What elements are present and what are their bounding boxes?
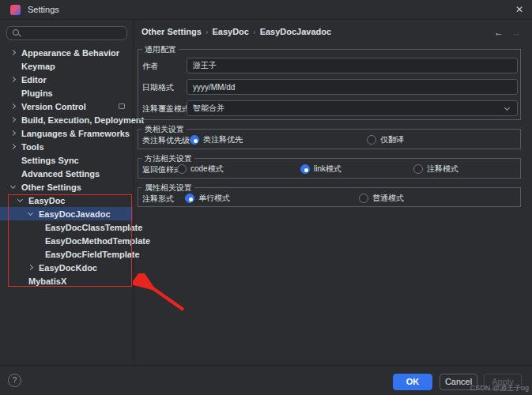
breadcrumb-separator: › xyxy=(249,27,260,36)
radio-icon[interactable] xyxy=(413,164,423,174)
sidebar-item-tools[interactable]: Tools xyxy=(0,140,133,153)
group-legend: 通用配置 xyxy=(142,44,179,55)
settings-tree: Appearance & Behavior Keymap Editor Plug… xyxy=(0,46,133,288)
chevron-right-icon[interactable] xyxy=(9,49,17,57)
comment-override-select[interactable]: 智能合并 xyxy=(187,100,518,116)
group-class-settings: 类相关设置 类注释优先级 类注释优先 仅翻译 xyxy=(138,129,521,149)
return-style-label: 返回值样式 xyxy=(142,164,182,175)
chevron-right-icon[interactable] xyxy=(9,143,17,151)
app-icon xyxy=(10,5,21,15)
chevron-right-icon[interactable] xyxy=(9,76,17,84)
settings-search-input[interactable] xyxy=(24,29,126,38)
project-scope-icon xyxy=(119,103,125,109)
group-legend: 类相关设置 xyxy=(142,124,187,135)
author-field[interactable] xyxy=(187,58,518,73)
group-field-settings: 属性相关设置 注释形式 单行模式 普通模式 xyxy=(138,187,521,207)
ok-button[interactable]: OK xyxy=(393,374,432,390)
chevron-right-icon[interactable] xyxy=(9,103,17,111)
sidebar-item-easydocjavadoc[interactable]: EasyDocJavadoc xyxy=(0,207,133,220)
chevron-right-icon[interactable] xyxy=(27,264,35,272)
breadcrumb-easydoc[interactable]: EasyDoc xyxy=(212,27,248,36)
radio-code-mode[interactable]: code模式 xyxy=(177,164,224,175)
breadcrumb-easydocjavadoc[interactable]: EasyDocJavadoc xyxy=(260,27,332,36)
class-priority-label: 类注释优先级 xyxy=(142,135,190,146)
sidebar-item-easydoc[interactable]: EasyDoc xyxy=(0,194,133,207)
chevron-down-icon xyxy=(504,106,511,112)
author-row: 作者 xyxy=(138,58,520,73)
settings-content: Other Settings›EasyDoc›EasyDocJavadoc ←→… xyxy=(134,20,532,365)
search-box[interactable] xyxy=(6,26,127,40)
sidebar-item-build-execution-deployment[interactable]: Build, Execution, Deployment xyxy=(0,113,133,126)
sidebar-item-appearance-behavior[interactable]: Appearance & Behavior xyxy=(0,46,133,59)
settings-window: Settings ✕ Appearance & Behavior Keymap … xyxy=(0,0,532,395)
comment-form-label: 注释形式 xyxy=(142,194,174,205)
group-legend: 属性相关设置 xyxy=(142,182,194,194)
breadcrumb-separator: › xyxy=(202,27,213,36)
group-legend: 方法相关设置 xyxy=(142,153,194,164)
close-icon[interactable]: ✕ xyxy=(515,4,523,15)
date-format-label: 日期格式 xyxy=(142,82,174,93)
comment-override-label: 注释覆盖模式 xyxy=(142,103,190,115)
window-title: Settings xyxy=(28,5,59,14)
group-method-settings: 方法相关设置 返回值样式 code模式 link模式 注释模式 xyxy=(138,158,521,179)
comment-override-value: 智能合并 xyxy=(193,103,224,112)
chevron-spacer xyxy=(17,277,25,285)
radio-translate-only[interactable]: 仅翻译 xyxy=(367,134,404,145)
footer-bar: ? OK Cancel Apply xyxy=(0,365,532,395)
sidebar-item-settings-sync[interactable]: Settings Sync xyxy=(0,153,133,167)
chevron-spacer xyxy=(9,156,17,164)
radio-class-comment-first[interactable]: 类注释优先 xyxy=(190,134,243,145)
sidebar-item-easydocfieldtemplate[interactable]: EasyDocFieldTemplate xyxy=(0,247,133,261)
sidebar-item-plugins[interactable]: Plugins xyxy=(0,86,133,100)
radio-selected-icon[interactable] xyxy=(190,135,199,145)
watermark-text: CSDN @游王子og xyxy=(470,383,529,393)
radio-icon[interactable] xyxy=(367,135,376,145)
sidebar-item-version-control[interactable]: Version Control xyxy=(0,100,133,113)
sidebar-item-editor[interactable]: Editor xyxy=(0,73,133,86)
comment-override-row: 注释覆盖模式 智能合并 xyxy=(138,100,520,116)
author-label: 作者 xyxy=(142,61,158,72)
sidebar-item-other-settings[interactable]: Other Settings xyxy=(0,180,133,194)
help-button[interactable]: ? xyxy=(8,374,21,387)
radio-icon[interactable] xyxy=(359,194,368,203)
radio-link-mode[interactable]: link模式 xyxy=(300,164,341,175)
chevron-down-icon[interactable] xyxy=(9,183,17,191)
forward-arrow-icon[interactable]: → xyxy=(511,27,521,38)
radio-selected-icon[interactable] xyxy=(300,164,310,174)
back-arrow-icon[interactable]: ← xyxy=(494,27,504,38)
sidebar-item-keymap[interactable]: Keymap xyxy=(0,59,133,73)
chevron-spacer xyxy=(9,89,17,97)
sidebar-item-mybatisx[interactable]: MybatisX xyxy=(0,274,133,288)
chevron-down-icon[interactable] xyxy=(17,197,25,205)
search-icon xyxy=(13,29,21,37)
chevron-down-icon[interactable] xyxy=(27,210,35,218)
radio-icon[interactable] xyxy=(177,164,187,174)
date-format-row: 日期格式 xyxy=(138,79,520,95)
sidebar-item-easydocmethodtemplate[interactable]: EasyDocMethodTemplate xyxy=(0,234,133,247)
breadcrumb: Other Settings›EasyDoc›EasyDocJavadoc xyxy=(141,27,331,36)
title-bar: Settings ✕ xyxy=(0,0,532,20)
sidebar-item-languages-frameworks[interactable]: Languages & Frameworks xyxy=(0,126,133,140)
sidebar-item-easydocclasstemplate[interactable]: EasyDocClassTemplate xyxy=(0,220,133,234)
radio-normal-mode[interactable]: 普通模式 xyxy=(359,193,404,204)
radio-selected-icon[interactable] xyxy=(185,194,194,203)
breadcrumb-other-settings[interactable]: Other Settings xyxy=(141,27,202,36)
settings-sidebar: Appearance & Behavior Keymap Editor Plug… xyxy=(0,20,134,365)
date-format-field[interactable] xyxy=(187,79,518,95)
chevron-right-icon[interactable] xyxy=(9,130,17,137)
sidebar-item-advanced-settings[interactable]: Advanced Settings xyxy=(0,167,133,180)
radio-single-line-mode[interactable]: 单行模式 xyxy=(185,193,230,204)
chevron-spacer xyxy=(9,62,17,70)
chevron-spacer xyxy=(9,170,17,178)
radio-comment-mode[interactable]: 注释模式 xyxy=(413,164,458,175)
group-general-config: 通用配置 作者 日期格式 注释覆盖模式 智能合并 xyxy=(138,49,521,120)
sidebar-item-easydockdoc[interactable]: EasyDocKdoc xyxy=(0,261,133,274)
history-nav: ←→ xyxy=(494,27,521,38)
chevron-right-icon[interactable] xyxy=(9,116,17,124)
